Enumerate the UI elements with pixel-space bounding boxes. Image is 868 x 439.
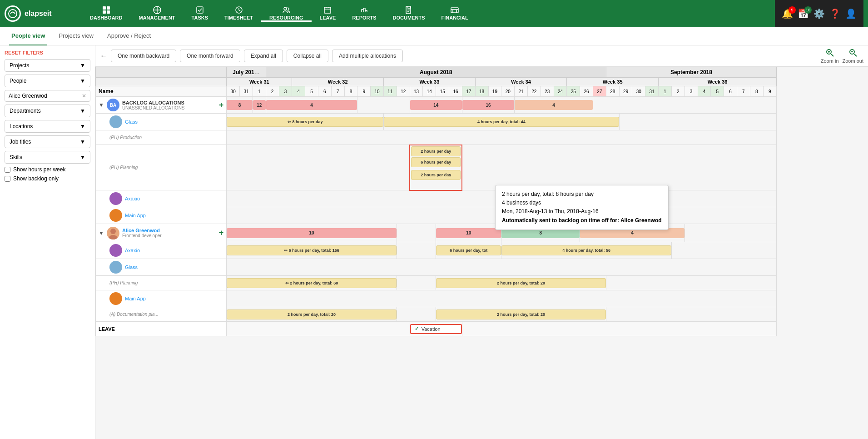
skills-filter[interactable]: Skills ▼ xyxy=(5,151,90,164)
axaxio-backlog-name: Axaxio xyxy=(125,196,140,201)
tooltip-line4: Automatically sent to backlog on time of… xyxy=(502,216,662,225)
logo-area: elapseit xyxy=(5,5,73,22)
alice-axaxio-row: Axaxio ⇦ 6 hours per day, total: 156 6 h… xyxy=(96,242,777,259)
one-month-backward-button[interactable]: One month backward xyxy=(111,50,176,62)
tooltip-line1: 2 hours per day, total: 8 hours per day xyxy=(502,190,662,199)
backlog-subtitle: UNASSIGNED ALLOCATIONS xyxy=(122,105,185,110)
backlog-mainapp-row: Main App xyxy=(96,207,777,224)
tab-projects-view[interactable]: Projects view xyxy=(56,27,96,45)
add-multiple-allocations-button[interactable]: Add multiple allocations xyxy=(332,50,403,62)
job-titles-filter[interactable]: Job titles ▼ xyxy=(5,135,90,148)
week-34: Week 34 xyxy=(475,78,567,86)
nav-resourcing[interactable]: RESOURCING xyxy=(261,6,312,22)
top-navigation: elapseit DASHBOARD MANAGEMENT TASKS TIME… xyxy=(0,0,868,27)
svg-point-15 xyxy=(109,235,118,239)
tab-approve-reject[interactable]: Approve / Reject xyxy=(105,27,153,45)
settings-button[interactable]: ⚙️ xyxy=(813,8,825,19)
clear-filter-icon[interactable]: ✕ xyxy=(82,93,86,99)
alice-mainapp-row: Main App xyxy=(96,290,777,307)
people-filter[interactable]: People ▼ xyxy=(5,75,90,87)
axaxio-backlog-avatar xyxy=(109,192,122,205)
week-32: Week 32 xyxy=(292,78,384,86)
glass-avatar xyxy=(109,115,122,128)
svg-rect-2 xyxy=(107,6,110,10)
nav-timesheet[interactable]: TIMESHEET xyxy=(216,6,261,22)
svg-rect-11 xyxy=(451,8,458,13)
alert-button[interactable]: 🔔 5 xyxy=(782,8,793,19)
ph-planning-alice-name: (PH) Planning xyxy=(109,280,138,285)
svg-point-8 xyxy=(284,7,287,10)
alice-collapse-btn[interactable]: ▼ xyxy=(99,230,104,236)
backlog-glass-row: Glass ⇦ 8 hours per day 4 hours per day,… xyxy=(96,114,777,130)
backlog-avatar: BA xyxy=(107,99,119,111)
calendar-wrapper[interactable]: 2 hours per day, total: 8 hours per day … xyxy=(95,67,868,439)
notification-badge: 16 xyxy=(804,6,812,14)
week-36: Week 36 xyxy=(659,78,777,86)
departments-filter[interactable]: Departments ▼ xyxy=(5,105,90,117)
sidebar: RESET FILTERS Projects ▼ People ▼ ✕ Depa… xyxy=(0,45,95,439)
one-month-forward-button[interactable]: One month forward xyxy=(180,50,240,62)
content-area: ← One month backward One month forward E… xyxy=(95,45,868,439)
svg-rect-6 xyxy=(197,7,203,13)
backlog-ph-planning-row: (PH) Planning 2 hours per day 6 hours pe… xyxy=(96,145,777,190)
nav-financial[interactable]: FINANCIAL xyxy=(433,6,476,22)
svg-rect-9 xyxy=(324,7,331,13)
nav-items: DASHBOARD MANAGEMENT TASKS TIMESHEET RES… xyxy=(82,6,775,22)
glass-name: Glass xyxy=(125,119,138,125)
vacation-label: Vacation xyxy=(422,326,441,332)
axaxio-alice-name: Axaxio xyxy=(125,248,140,253)
nav-documents[interactable]: DOCUMENTS xyxy=(385,6,433,22)
nav-management[interactable]: MANAGEMENT xyxy=(131,6,184,22)
docs-alice-name: (A) Documentation pla... xyxy=(109,312,159,317)
day-header-row: Name 30 31 1 2 3 4 5 6 7 8 9 10 11 12 13 xyxy=(96,86,777,97)
notification-button[interactable]: 📅 16 xyxy=(798,8,809,19)
nav-right: 🔔 5 📅 16 ⚙️ ❓ 👤 xyxy=(775,0,863,27)
logo-icon xyxy=(5,5,21,22)
nav-leave[interactable]: LEAVE xyxy=(312,6,344,22)
show-hours-per-week-checkbox[interactable]: Show hours per week xyxy=(5,166,90,173)
zoom-in-button[interactable]: Zoom in xyxy=(821,48,839,64)
user-button[interactable]: 👤 xyxy=(845,8,857,19)
alice-name-cell[interactable]: ▼ Alice Greenwod Frontend developer + xyxy=(96,225,226,241)
alice-filter-input[interactable]: ✕ xyxy=(5,90,90,102)
vacation-check-icon: ✓ xyxy=(415,326,419,332)
show-backlog-only-checkbox[interactable]: Show backlog only xyxy=(5,175,90,182)
main-layout: RESET FILTERS Projects ▼ People ▼ ✕ Depa… xyxy=(0,45,868,439)
mainapp-backlog-avatar xyxy=(109,209,122,222)
tab-people-view[interactable]: People view xyxy=(9,27,47,45)
reset-filters-button[interactable]: RESET FILTERS xyxy=(5,50,90,55)
collapse-all-button[interactable]: Collapse all xyxy=(287,50,328,62)
tooltip: 2 hours per day, total: 8 hours per day … xyxy=(495,185,669,230)
person-search-input[interactable] xyxy=(9,93,63,99)
locations-filter[interactable]: Locations ▼ xyxy=(5,120,90,133)
alice-name: Alice Greenwod xyxy=(122,228,162,233)
svg-rect-1 xyxy=(103,6,106,10)
backlog-add-btn[interactable]: + xyxy=(219,100,224,110)
name-col-header xyxy=(96,67,227,78)
expand-all-button[interactable]: Expand all xyxy=(244,50,283,62)
mainapp-backlog-name: Main App xyxy=(125,213,146,218)
nav-dashboard[interactable]: DASHBOARD xyxy=(82,6,131,22)
week-35: Week 35 xyxy=(567,78,659,86)
backlog-name-cell[interactable]: ▼ BA BACKLOG ALLOCATIONS UNASSIGNED ALLO… xyxy=(96,97,226,113)
projects-filter[interactable]: Projects ▼ xyxy=(5,59,90,72)
alice-summary-row: ▼ Alice Greenwod Frontend developer + 10 xyxy=(96,224,777,242)
zoom-out-button[interactable]: Zoom out xyxy=(843,48,863,64)
alice-avatar xyxy=(107,227,119,239)
nav-tasks[interactable]: TASKS xyxy=(184,6,216,22)
backlog-ph-production-row: (PH) Production xyxy=(96,130,777,145)
nav-reports[interactable]: REPORTS xyxy=(344,6,384,22)
svg-point-14 xyxy=(110,229,116,234)
backlog-collapse-btn[interactable]: ▼ xyxy=(99,102,104,108)
week-31: Week 31 xyxy=(227,78,292,86)
help-button[interactable]: ❓ xyxy=(829,8,841,19)
alert-badge: 5 xyxy=(789,6,796,14)
back-button[interactable]: ← xyxy=(100,52,107,60)
mainapp-alice-avatar xyxy=(109,292,122,305)
month-july: July 201… xyxy=(227,67,266,78)
calendar-toolbar: ← One month backward One month forward E… xyxy=(95,45,868,67)
vacation-bar[interactable]: ✓ Vacation xyxy=(410,324,462,334)
alice-add-btn[interactable]: + xyxy=(219,228,224,238)
alice-glass-row: Glass xyxy=(96,259,777,276)
name-header: Name xyxy=(96,86,227,97)
